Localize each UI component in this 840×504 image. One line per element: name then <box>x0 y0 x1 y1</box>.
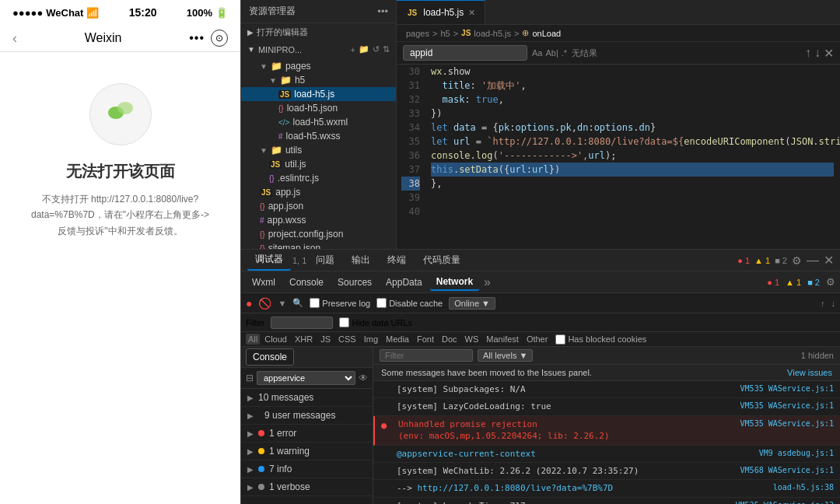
clear-icon[interactable]: 🚫 <box>258 297 271 310</box>
refresh-icon[interactable]: ↺ <box>373 44 380 54</box>
tab-code-quality[interactable]: 代码质量 <box>415 250 468 270</box>
msg-group-warn[interactable]: ▶ 1 warning <box>241 443 373 460</box>
online-select[interactable]: Online ▼ <box>449 297 495 310</box>
filter-type-cloud[interactable]: Cloud <box>261 334 290 345</box>
network-toolbar: ● 🚫 ▼ 🔍 Preserve log Disable cache Onlin… <box>241 293 840 313</box>
tree-item-load-h5-wxss[interactable]: # load-h5.wxss <box>241 129 396 143</box>
filter-type-font[interactable]: Font <box>414 334 437 345</box>
tab-console-active[interactable]: Console <box>246 348 294 366</box>
add-folder-icon[interactable]: 📁 <box>359 44 369 54</box>
line-num: 35 <box>401 135 420 149</box>
log-source[interactable]: VM535 WAService.js:1 <box>740 383 834 394</box>
link-text[interactable]: @appservice-current-context <box>397 449 536 459</box>
msg-group-user[interactable]: ▶ 9 user messages <box>241 407 373 425</box>
has-blocked-cookies-checkbox[interactable] <box>555 334 565 345</box>
editor-tab-load-h5-js[interactable]: JS load-h5.js ✕ <box>397 0 485 25</box>
folder-icon: 📁 <box>271 61 282 72</box>
filter-type-css[interactable]: CSS <box>335 334 359 345</box>
tab-output[interactable]: 输出 <box>344 250 378 270</box>
code-line: mask: true, <box>431 93 834 107</box>
filter-type-other[interactable]: Other <box>523 334 551 345</box>
msg-group-verbose[interactable]: ▶ 1 verbose <box>241 478 373 496</box>
breadcrumb-fn: onLoad <box>532 29 561 38</box>
tree-item-eslintrc[interactable]: {} .eslintrc.js <box>241 171 396 185</box>
tab-issues[interactable]: 问题 <box>308 250 342 270</box>
filter-type-ws[interactable]: WS <box>462 334 482 345</box>
log-source[interactable]: VM9 asdebug.js:1 <box>759 448 834 459</box>
whole-word-btn[interactable]: Ab| <box>545 48 558 58</box>
download-icon[interactable]: ↓ <box>831 299 836 308</box>
log-source[interactable]: VM535 WAService.js:13 <box>736 500 834 504</box>
log-source[interactable]: VM535 WAService.js:1 <box>740 418 834 429</box>
filter-type-doc[interactable]: Doc <box>439 334 460 345</box>
msg-group-error[interactable]: ▶ 1 error <box>241 425 373 443</box>
filter-icon[interactable]: ▼ <box>278 299 286 308</box>
phone-nav-dots[interactable]: ••• <box>189 31 205 45</box>
msg-group-all[interactable]: ▶ 10 messages <box>241 389 373 407</box>
add-file-icon[interactable]: + <box>351 45 355 54</box>
minimize-icon[interactable]: — <box>807 254 819 268</box>
eye-icon[interactable]: 👁 <box>359 373 368 383</box>
tree-item-pages[interactable]: ▼ 📁 pages <box>241 59 396 73</box>
sidebar-icon[interactable]: ⊟ <box>246 373 254 383</box>
tab-appdata[interactable]: AppData <box>380 275 429 290</box>
code-lines[interactable]: wx.show title: '加载中', mask: true, }) let… <box>425 65 840 249</box>
tab-network[interactable]: Network <box>430 274 479 291</box>
tree-item-app-json[interactable]: {} app.json <box>241 199 396 213</box>
project-section[interactable]: ▼ MINIPRO... + 📁 ↺ ⇅ <box>241 41 396 58</box>
log-source[interactable]: load-h5.js:38 <box>773 482 834 493</box>
tree-item-util-js[interactable]: JS util.js <box>241 157 396 171</box>
regex-btn[interactable]: .* <box>562 48 567 58</box>
settings-icon[interactable]: ⚙ <box>792 254 802 267</box>
msg-group-info[interactable]: ▶ 7 info <box>241 460 373 478</box>
preserve-log-checkbox[interactable] <box>310 298 320 308</box>
service-selector[interactable]: appservice <box>257 371 355 385</box>
tree-item-sitemap[interactable]: {} sitemap.json <box>241 241 396 249</box>
tab-wxml[interactable]: Wxml <box>246 275 282 290</box>
network-filter-input[interactable] <box>271 317 333 329</box>
log-source[interactable]: VM535 WAService.js:1 <box>740 401 834 411</box>
error-badge: ● 1 <box>737 256 750 265</box>
all-levels-select[interactable]: All levels ▼ <box>478 349 533 362</box>
tree-item-load-h5-wxml[interactable]: </> load-h5.wxml <box>241 115 396 129</box>
hide-data-urls-checkbox[interactable] <box>339 317 349 327</box>
search-input[interactable] <box>403 45 527 61</box>
collapse-icon[interactable]: ⇅ <box>383 44 390 54</box>
close-search-icon[interactable]: ✕ <box>824 46 834 61</box>
tree-item-load-h5-js[interactable]: JS load-h5.js <box>241 87 396 101</box>
close-devtools-icon[interactable]: ✕ <box>824 253 834 268</box>
log-source[interactable]: VM568 WAService.js:1 <box>740 465 834 476</box>
console-filter-input[interactable] <box>380 349 473 362</box>
tab-sources[interactable]: Sources <box>331 275 378 290</box>
tree-item-load-h5-json[interactable]: {} load-h5.json <box>241 101 396 115</box>
next-result-icon[interactable]: ↓ <box>814 46 821 60</box>
url-link[interactable]: http://127.0.0.1:8080/live?data=%7B%7D <box>418 483 614 493</box>
nav-back-icon[interactable]: ‹ <box>12 30 17 47</box>
upload-icon[interactable]: ↑ <box>821 299 825 308</box>
case-sensitive-btn[interactable]: Aa <box>532 48 542 58</box>
tab-console[interactable]: Console <box>283 275 330 290</box>
tab-debugger[interactable]: 调试器 <box>247 250 291 271</box>
filter-type-xhr[interactable]: XHR <box>292 334 316 345</box>
open-editors-section[interactable]: ▶ 打开的编辑器 <box>241 23 396 41</box>
filter-type-js[interactable]: JS <box>317 334 334 345</box>
prev-result-icon[interactable]: ↑ <box>805 46 811 60</box>
tab-terminal[interactable]: 终端 <box>380 250 414 270</box>
search-network-icon[interactable]: 🔍 <box>292 298 303 308</box>
more-tabs-icon[interactable]: » <box>484 275 491 289</box>
tree-item-project-config[interactable]: {} project.config.json <box>241 227 396 241</box>
filter-type-img[interactable]: Img <box>361 334 381 345</box>
more-icon[interactable]: ••• <box>377 5 388 17</box>
view-issues-link[interactable]: View issues <box>787 368 832 377</box>
phone-nav-circle[interactable]: ⊙ <box>211 30 228 47</box>
tree-item-app-wxss[interactable]: # app.wxss <box>241 213 396 227</box>
disable-cache-checkbox[interactable] <box>376 298 387 308</box>
filter-type-manifest[interactable]: Manifest <box>483 334 522 345</box>
tree-item-utils[interactable]: ▼ 📁 utils <box>241 143 396 157</box>
filter-type-media[interactable]: Media <box>383 334 412 345</box>
settings-icon2[interactable]: ⚙ <box>826 276 835 288</box>
tree-item-app-js[interactable]: JS app.js <box>241 185 396 199</box>
close-tab-icon[interactable]: ✕ <box>468 8 475 18</box>
tree-item-h5[interactable]: ▼ 📁 h5 <box>241 73 396 87</box>
record-icon[interactable]: ● <box>246 297 252 310</box>
